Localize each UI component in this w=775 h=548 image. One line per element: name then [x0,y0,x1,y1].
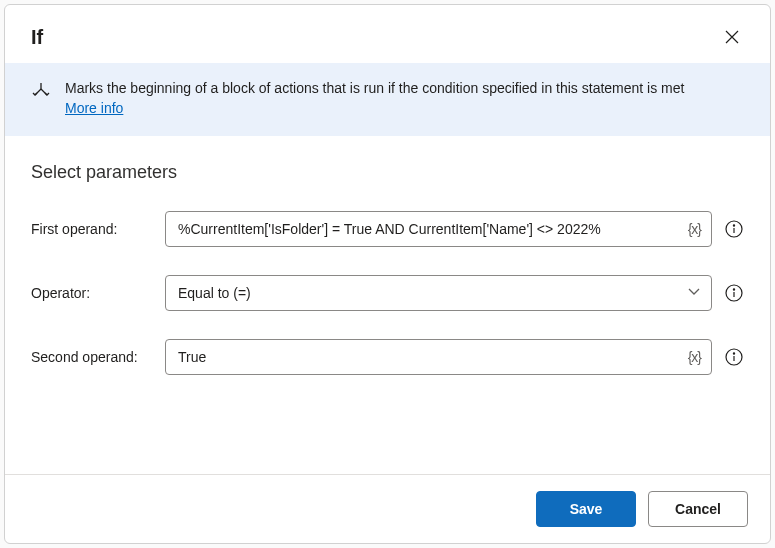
dialog-footer: Save Cancel [5,474,770,543]
operator-info-button[interactable] [724,283,744,303]
second-operand-row: Second operand: {x} [31,339,744,375]
svg-point-3 [733,289,734,290]
svg-point-5 [733,353,734,354]
cancel-button[interactable]: Cancel [648,491,748,527]
section-title: Select parameters [31,162,744,183]
first-operand-input[interactable] [166,221,678,237]
first-operand-row: First operand: {x} [31,211,744,247]
dialog-header: If [5,5,770,63]
variable-picker-icon[interactable]: {x} [678,221,711,237]
info-icon [725,284,743,302]
second-operand-input[interactable] [166,349,678,365]
close-icon [724,29,740,45]
chevron-down-icon [677,284,711,302]
first-operand-label: First operand: [31,221,153,237]
condition-icon [31,81,51,101]
dialog-content: Select parameters First operand: {x} Ope… [5,136,770,474]
operator-value: Equal to (=) [166,285,677,301]
second-operand-info-button[interactable] [724,347,744,367]
second-operand-input-wrap: {x} [165,339,712,375]
info-icon [725,220,743,238]
banner-description: Marks the beginning of a block of action… [65,80,684,96]
operator-select[interactable]: Equal to (=) [165,275,712,311]
operator-row: Operator: Equal to (=) [31,275,744,311]
info-icon [725,348,743,366]
second-operand-label: Second operand: [31,349,153,365]
variable-picker-icon[interactable]: {x} [678,349,711,365]
save-button[interactable]: Save [536,491,636,527]
first-operand-info-button[interactable] [724,219,744,239]
if-dialog: If Marks the beginning of a block of act… [4,4,771,544]
first-operand-input-wrap: {x} [165,211,712,247]
info-banner: Marks the beginning of a block of action… [5,63,770,136]
close-button[interactable] [716,21,748,53]
dialog-title: If [31,26,43,49]
operator-label: Operator: [31,285,153,301]
svg-point-1 [733,225,734,226]
banner-text: Marks the beginning of a block of action… [65,79,684,118]
more-info-link[interactable]: More info [65,100,123,116]
